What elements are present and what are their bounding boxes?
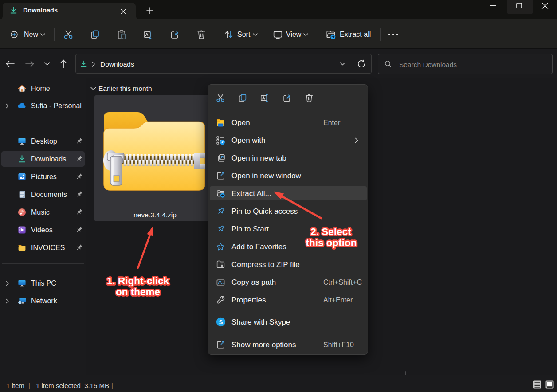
svg-text:1. Right-click: 1. Right-click [107,275,169,286]
svg-text:S: S [219,319,223,325]
svg-text:on theme: on theme [116,286,160,298]
